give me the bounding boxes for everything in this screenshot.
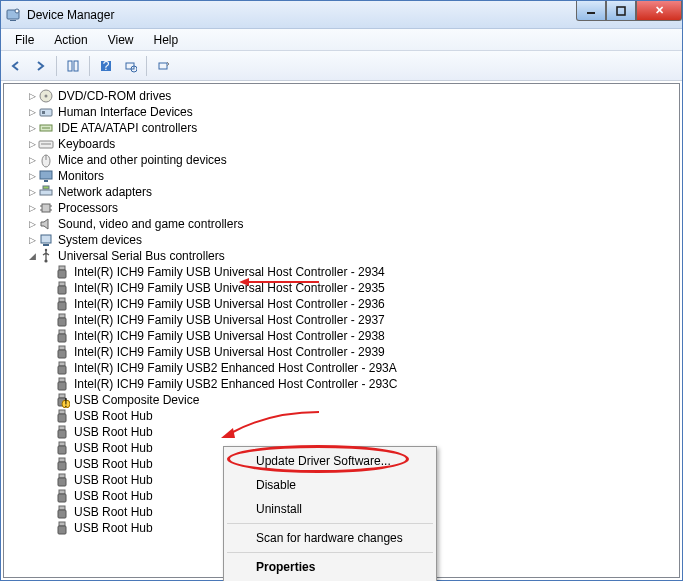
tree-item-label: Monitors <box>58 169 104 183</box>
toolbar-separator <box>89 56 90 76</box>
properties-button[interactable] <box>152 55 174 77</box>
expand-toggle[interactable]: ▷ <box>26 139 38 149</box>
tree-item-label: Intel(R) ICH9 Family USB2 Enhanced Host … <box>74 361 397 375</box>
menu-bar: File Action View Help <box>1 29 682 51</box>
svg-rect-5 <box>68 61 72 71</box>
usb-device[interactable]: Intel(R) ICH9 Family USB Universal Host … <box>4 312 679 328</box>
ctx-separator <box>227 523 433 524</box>
expand-toggle[interactable]: ◢ <box>26 251 38 261</box>
title-bar[interactable]: Device Manager ✕ <box>1 1 682 29</box>
usb-device[interactable]: Intel(R) ICH9 Family USB Universal Host … <box>4 344 679 360</box>
category-mouse[interactable]: ▷Mice and other pointing devices <box>4 152 679 168</box>
svg-rect-23 <box>44 180 48 182</box>
usb-device[interactable]: USB Root Hub <box>4 408 679 424</box>
minimize-button[interactable] <box>576 1 606 21</box>
tree-item-label: System devices <box>58 233 142 247</box>
expand-toggle[interactable]: ▷ <box>26 123 38 133</box>
help-button[interactable]: ? <box>95 55 117 77</box>
svg-rect-64 <box>58 478 66 486</box>
tree-item-label: Universal Serial Bus controllers <box>58 249 225 263</box>
menu-help[interactable]: Help <box>144 31 189 49</box>
usb-device[interactable]: USB Root Hub <box>4 424 679 440</box>
svg-rect-37 <box>59 282 65 286</box>
svg-rect-31 <box>41 235 51 243</box>
usb-dev-icon <box>54 328 70 344</box>
expand-toggle[interactable]: ▷ <box>26 171 38 181</box>
tree-item-label: Intel(R) ICH9 Family USB Universal Host … <box>74 329 385 343</box>
category-system[interactable]: ▷System devices <box>4 232 679 248</box>
tree-item-label: Keyboards <box>58 137 115 151</box>
expand-toggle[interactable]: ▷ <box>26 187 38 197</box>
usb-device[interactable]: Intel(R) ICH9 Family USB Universal Host … <box>4 264 679 280</box>
back-button[interactable] <box>5 55 27 77</box>
svg-rect-24 <box>40 190 52 195</box>
tree-item-label: Intel(R) ICH9 Family USB Universal Host … <box>74 297 385 311</box>
usb-dev-icon <box>54 360 70 376</box>
svg-rect-43 <box>59 330 65 334</box>
usb-device[interactable]: Intel(R) ICH9 Family USB2 Enhanced Host … <box>4 360 679 376</box>
usb-dev-icon <box>54 520 70 536</box>
tree-item-label: Mice and other pointing devices <box>58 153 227 167</box>
svg-point-34 <box>45 249 47 251</box>
expand-toggle[interactable]: ▷ <box>26 235 38 245</box>
expand-toggle[interactable]: ▷ <box>26 219 38 229</box>
usb-device[interactable]: Intel(R) ICH9 Family USB Universal Host … <box>4 328 679 344</box>
tree-item-label: USB Root Hub <box>74 409 153 423</box>
forward-button[interactable] <box>29 55 51 77</box>
svg-rect-65 <box>59 490 65 494</box>
tree-item-label: Intel(R) ICH9 Family USB2 Enhanced Host … <box>74 377 397 391</box>
menu-action[interactable]: Action <box>44 31 97 49</box>
category-disc[interactable]: ▷DVD/CD-ROM drives <box>4 88 679 104</box>
show-hide-tree-button[interactable] <box>62 55 84 77</box>
system-icon <box>38 232 54 248</box>
svg-rect-36 <box>58 270 66 278</box>
category-sound[interactable]: ▷Sound, video and game controllers <box>4 216 679 232</box>
cpu-icon <box>38 200 54 216</box>
expand-toggle[interactable]: ▷ <box>26 155 38 165</box>
tree-item-label: IDE ATA/ATAPI controllers <box>58 121 197 135</box>
expand-toggle[interactable]: ▷ <box>26 91 38 101</box>
svg-point-33 <box>44 259 47 262</box>
scan-hardware-button[interactable] <box>119 55 141 77</box>
category-keyboard[interactable]: ▷Keyboards <box>4 136 679 152</box>
usb-dev-icon <box>54 280 70 296</box>
tree-item-label: DVD/CD-ROM drives <box>58 89 171 103</box>
usb-dev-icon <box>54 264 70 280</box>
category-network[interactable]: ▷Network adapters <box>4 184 679 200</box>
usb-device[interactable]: Intel(R) ICH9 Family USB Universal Host … <box>4 296 679 312</box>
tree-item-label: USB Root Hub <box>74 441 153 455</box>
tree-item-label: USB Root Hub <box>74 521 153 535</box>
sound-icon <box>38 216 54 232</box>
maximize-button[interactable] <box>606 1 636 21</box>
ctx-properties[interactable]: Properties <box>226 555 434 579</box>
svg-rect-62 <box>58 462 66 470</box>
category-hid[interactable]: ▷Human Interface Devices <box>4 104 679 120</box>
menu-view[interactable]: View <box>98 31 144 49</box>
category-usb[interactable]: ◢Universal Serial Bus controllers <box>4 248 679 264</box>
tree-item-label: Processors <box>58 201 118 215</box>
ctx-update-driver[interactable]: Update Driver Software... <box>226 449 434 473</box>
ctx-disable[interactable]: Disable <box>226 473 434 497</box>
usb-device[interactable]: !USB Composite Device <box>4 392 679 408</box>
tree-item-label: USB Root Hub <box>74 505 153 519</box>
usb-device[interactable]: Intel(R) ICH9 Family USB Universal Host … <box>4 280 679 296</box>
close-button[interactable]: ✕ <box>636 1 682 21</box>
category-monitor[interactable]: ▷Monitors <box>4 168 679 184</box>
toolbar: ? <box>1 51 682 81</box>
menu-file[interactable]: File <box>5 31 44 49</box>
tree-item-label: Intel(R) ICH9 Family USB Universal Host … <box>74 265 385 279</box>
svg-rect-70 <box>58 526 66 534</box>
expand-toggle[interactable]: ▷ <box>26 107 38 117</box>
ide-icon <box>38 120 54 136</box>
category-cpu[interactable]: ▷Processors <box>4 200 679 216</box>
svg-rect-44 <box>58 334 66 342</box>
ctx-separator <box>227 552 433 553</box>
svg-rect-39 <box>59 298 65 302</box>
category-ide[interactable]: ▷IDE ATA/ATAPI controllers <box>4 120 679 136</box>
ctx-scan[interactable]: Scan for hardware changes <box>226 526 434 550</box>
network-icon <box>38 184 54 200</box>
svg-rect-57 <box>59 426 65 430</box>
expand-toggle[interactable]: ▷ <box>26 203 38 213</box>
ctx-uninstall[interactable]: Uninstall <box>226 497 434 521</box>
usb-device[interactable]: Intel(R) ICH9 Family USB2 Enhanced Host … <box>4 376 679 392</box>
